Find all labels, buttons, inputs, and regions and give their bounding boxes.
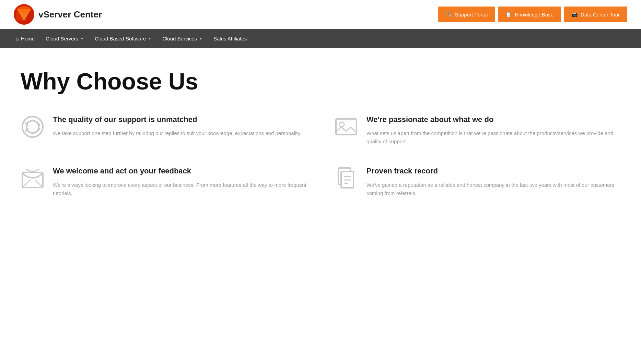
site-header: vServer Center 🔧 Support Portal 📋 Knowle… xyxy=(0,0,641,29)
svg-point-13 xyxy=(339,122,344,127)
page-title: Why Choose Us xyxy=(21,69,620,94)
nav-item-home[interactable]: ⌂ Home xyxy=(10,29,40,48)
svg-point-11 xyxy=(26,121,39,133)
wrench-icon: 🔧 xyxy=(446,11,452,17)
feature-track-record-desc: We've gained a reputation as a reliable … xyxy=(366,181,620,197)
main-navbar: ⌂ Home Cloud Servers ▼ Cloud Based Softw… xyxy=(0,29,641,48)
nav-item-sales-affiliates[interactable]: Sales Affiliates xyxy=(208,29,252,48)
feature-passionate: We're passionate about what we do What s… xyxy=(334,115,620,146)
features-grid: The quality of our support is unmatched … xyxy=(21,115,620,197)
feature-track-record-title: Proven track record xyxy=(366,166,620,176)
chevron-down-icon: ▼ xyxy=(148,37,151,40)
feature-feedback-desc: We're always looking to improve every as… xyxy=(53,181,307,197)
feature-passionate-text: We're passionate about what we do What s… xyxy=(366,115,620,146)
feature-support-quality-title: The quality of our support is unmatched xyxy=(53,115,301,125)
logo-icon xyxy=(14,4,34,25)
feature-feedback-text: We welcome and act on your feedback We'r… xyxy=(53,166,307,197)
feature-track-record: Proven track record We've gained a reput… xyxy=(334,166,620,197)
document-icon xyxy=(334,166,358,190)
feature-feedback-title: We welcome and act on your feedback xyxy=(53,166,307,176)
svg-rect-12 xyxy=(336,119,357,135)
chevron-down-icon: ▼ xyxy=(80,37,84,40)
feature-passionate-title: We're passionate about what we do xyxy=(366,115,620,125)
data-center-tour-button[interactable]: 📷 Data Center Tour xyxy=(564,7,627,22)
chevron-down-icon: ▼ xyxy=(199,37,202,40)
feature-feedback: We welcome and act on your feedback We'r… xyxy=(21,166,307,197)
feature-support-quality: The quality of our support is unmatched … xyxy=(21,115,307,146)
image-icon xyxy=(334,115,358,139)
logo-area[interactable]: vServer Center xyxy=(14,4,102,25)
book-icon: 📋 xyxy=(505,11,512,17)
lifesaver-icon xyxy=(21,115,45,139)
feature-support-quality-desc: We take support one step further by tail… xyxy=(53,129,301,137)
home-icon: ⌂ xyxy=(16,36,19,41)
svg-point-3 xyxy=(17,6,31,13)
feature-track-record-text: Proven track record We've gained a reput… xyxy=(366,166,620,197)
camera-icon: 📷 xyxy=(571,11,578,17)
feature-support-quality-text: The quality of our support is unmatched … xyxy=(53,115,301,138)
support-portal-button[interactable]: 🔧 Support Portal xyxy=(438,7,496,22)
nav-item-cloud-services[interactable]: Cloud Services ▼ xyxy=(157,29,208,48)
brand-name: vServer Center xyxy=(38,9,102,20)
main-content: Why Choose Us The quality of our suppor xyxy=(0,48,641,211)
nav-item-cloud-based-software[interactable]: Cloud Based Software ▼ xyxy=(89,29,157,48)
feature-passionate-desc: What sets us apart from the competition … xyxy=(366,129,620,146)
knowledge-base-button[interactable]: 📋 Knowledge Base xyxy=(498,7,561,22)
header-buttons: 🔧 Support Portal 📋 Knowledge Base 📷 Data… xyxy=(438,7,627,22)
nav-item-cloud-servers[interactable]: Cloud Servers ▼ xyxy=(40,29,89,48)
mail-icon xyxy=(21,166,45,190)
